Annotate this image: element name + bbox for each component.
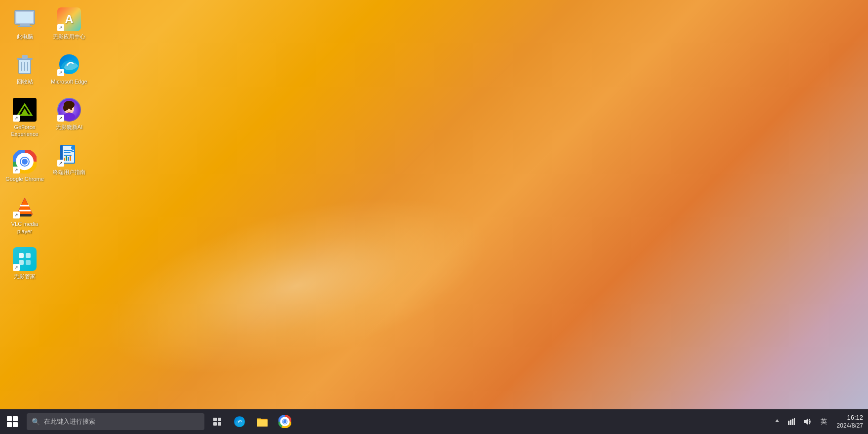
svg-rect-21 (26, 253, 31, 258)
ai-avatar-icon-label: 无影晓新AI (56, 124, 82, 130)
desktop-icon-chrome[interactable]: ↗ Google Chrome (2, 146, 47, 186)
svg-rect-2 (20, 24, 30, 26)
svg-rect-45 (218, 422, 221, 426)
nuying-app-center-icon-label: 无影应用中心 (53, 33, 85, 40)
svg-rect-35 (64, 152, 71, 153)
language-text: 英 (821, 417, 827, 426)
desktop-icon-column-left: 此电脑 回收站 (2, 2, 47, 285)
taskbar-search[interactable]: 🔍 在此键入进行搜索 (27, 413, 204, 430)
language-indicator[interactable]: 英 (817, 409, 831, 434)
task-view-icon (213, 417, 222, 426)
svg-point-15 (22, 159, 28, 165)
recycle-icon-label: 回收站 (17, 78, 33, 85)
svg-rect-55 (792, 419, 793, 425)
desktop-icon-computer[interactable]: 此电脑 (2, 3, 47, 44)
svg-marker-52 (775, 419, 779, 422)
svg-rect-6 (22, 55, 28, 59)
computer-icon-label: 此电脑 (17, 33, 33, 40)
desktop-icon-wuying-manager[interactable]: ↗ 无影管家 (2, 243, 47, 284)
svg-rect-1 (16, 12, 33, 23)
svg-rect-38 (66, 156, 67, 161)
svg-point-30 (63, 113, 75, 121)
svg-rect-19 (18, 214, 32, 217)
volume-tray-icon[interactable] (800, 413, 815, 431)
system-tray: 英 16:12 2024/8/27 (772, 409, 868, 434)
svg-rect-42 (213, 418, 217, 421)
desktop-icon-column-right: A ↗ 无影应用中心 (47, 2, 91, 180)
svg-rect-34 (64, 150, 73, 151)
tray-chevron-button[interactable] (772, 413, 782, 431)
svg-rect-20 (19, 253, 24, 258)
desktop-icon-nuying-app-center[interactable]: A ↗ 无影应用中心 (47, 3, 91, 44)
network-icon (788, 418, 795, 426)
svg-point-41 (71, 146, 75, 150)
start-button[interactable] (0, 409, 25, 434)
windows-logo-icon (7, 416, 18, 427)
desktop-icon-edge[interactable]: ↗ Microsoft Edge (47, 48, 91, 89)
taskbar-edge-icon (233, 415, 246, 428)
svg-rect-40 (70, 156, 71, 161)
taskbar-file-explorer-app[interactable] (251, 409, 274, 434)
search-placeholder-text: 在此键入进行搜索 (44, 417, 95, 426)
taskbar-pinned-apps (228, 409, 296, 434)
taskbar-chrome-app[interactable] (274, 409, 296, 434)
taskbar-edge-app[interactable] (228, 409, 251, 434)
tray-icons-group (782, 413, 817, 431)
geforce-icon-label: GeForce Experience (5, 124, 44, 138)
svg-rect-39 (68, 157, 69, 161)
taskbar-file-explorer-icon (256, 415, 269, 428)
svg-point-28 (66, 107, 68, 110)
vlc-icon-label: VLC media player (5, 220, 44, 235)
volume-icon (803, 418, 811, 426)
desktop-icon-help-manual[interactable]: ↗ 终端用户指南 (47, 139, 91, 179)
desktop-icon-vlc[interactable]: ↗ VLC media player (2, 191, 47, 239)
svg-point-29 (70, 107, 72, 110)
clock-date: 2024/8/27 (837, 422, 863, 430)
svg-rect-36 (64, 155, 72, 156)
network-tray-icon[interactable] (784, 413, 799, 431)
task-view-button[interactable] (206, 409, 228, 434)
svg-marker-57 (804, 419, 808, 425)
svg-rect-43 (218, 418, 221, 421)
svg-rect-47 (257, 420, 268, 427)
desktop: 此电脑 回收站 (0, 0, 868, 409)
svg-point-51 (283, 420, 287, 424)
help-manual-icon-label: 终端用户指南 (53, 169, 85, 175)
chrome-icon-label: Google Chrome (5, 175, 44, 182)
clock-display[interactable]: 16:12 2024/8/27 (831, 409, 868, 434)
svg-rect-44 (213, 422, 217, 426)
svg-rect-23 (26, 260, 31, 265)
desktop-icon-geforce[interactable]: ↗ GeForce Experience (2, 94, 47, 142)
chevron-up-icon (775, 418, 780, 425)
svg-rect-54 (790, 420, 791, 425)
taskbar: 🔍 在此键入进行搜索 (0, 409, 868, 434)
taskbar-chrome-icon (278, 415, 291, 428)
svg-rect-3 (18, 26, 32, 27)
svg-rect-56 (794, 418, 795, 425)
clock-time: 16:12 (847, 414, 863, 422)
desktop-icon-ai-avatar[interactable]: ↗ 无影晓新AI (47, 94, 91, 134)
svg-rect-53 (788, 421, 789, 425)
desktop-icon-recycle[interactable]: 回收站 (2, 48, 47, 89)
wuying-manager-icon-label: 无影管家 (14, 273, 36, 280)
search-icon: 🔍 (32, 418, 40, 426)
edge-icon-label: Microsoft Edge (51, 78, 87, 85)
